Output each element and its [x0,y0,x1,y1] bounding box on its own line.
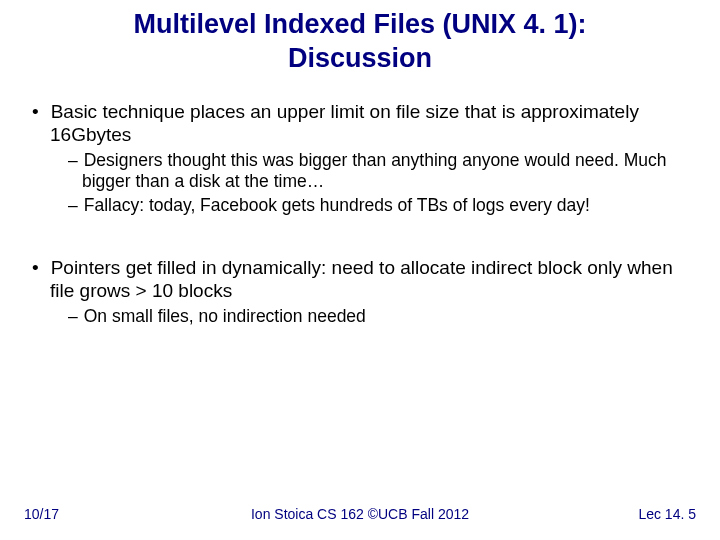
slide-title: Multilevel Indexed Files (UNIX 4. 1): Di… [0,0,720,76]
bullet-1a: Designers thought this was bigger than a… [28,150,692,193]
title-line-1: Multilevel Indexed Files (UNIX 4. 1): [40,8,680,42]
spacer [28,218,692,248]
slide-footer: 10/17 Ion Stoica CS 162 ©UCB Fall 2012 L… [0,506,720,522]
footer-right: Lec 14. 5 [638,506,696,522]
footer-center: Ion Stoica CS 162 ©UCB Fall 2012 [24,506,696,522]
bullet-2: Pointers get filled in dynamically: need… [28,256,692,302]
title-line-2: Discussion [40,42,680,76]
bullet-1: Basic technique places an upper limit on… [28,100,692,146]
footer-date: 10/17 [24,506,59,522]
bullet-2a: On small files, no indirection needed [28,306,692,327]
slide-body: Basic technique places an upper limit on… [0,76,720,328]
bullet-1b: Fallacy: today, Facebook gets hundreds o… [28,195,692,216]
